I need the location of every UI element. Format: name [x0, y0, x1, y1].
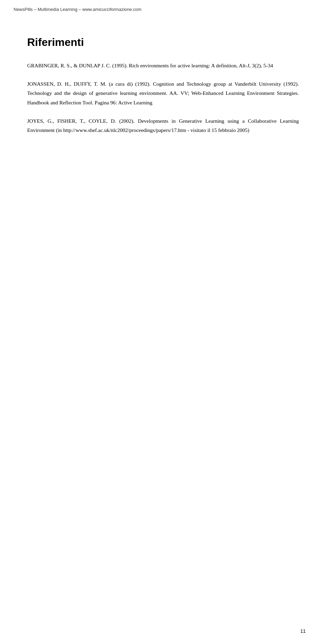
reference-1: GRABINGER, R. S., & DUNLAP J. C. (1995).…	[27, 61, 299, 70]
page-footer: 11	[300, 628, 306, 634]
section-heading: Riferimenti	[27, 36, 299, 49]
references-block: GRABINGER, R. S., & DUNLAP J. C. (1995).…	[27, 61, 299, 135]
reference-2: JONASSEN, D. H., DUFFY, T. M. (a cura di…	[27, 79, 299, 107]
page-number: 11	[300, 628, 306, 634]
site-title: NewsPills – Multimedia Learning – www.am…	[14, 7, 141, 12]
page-content: Riferimenti GRABINGER, R. S., & DUNLAP J…	[0, 16, 326, 162]
page-header: NewsPills – Multimedia Learning – www.am…	[0, 0, 326, 16]
reference-3: JOYES, G., FISHER, T., COYLE, D. (2002).…	[27, 116, 299, 135]
